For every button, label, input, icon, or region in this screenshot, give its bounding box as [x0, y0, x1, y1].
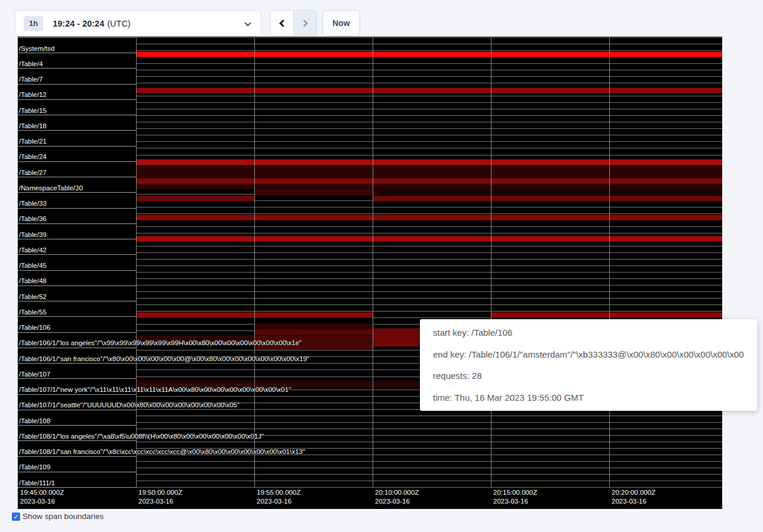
row-label: /Table/7 — [19, 76, 43, 83]
heat-band[interactable] — [136, 51, 722, 58]
span-boundary-line — [18, 130, 136, 131]
row-label: /Table/108/1/"san francisco"/"\x8c\xcc\x… — [19, 448, 305, 456]
x-axis-tick: 20:15:00.000Z2023-03-16 — [493, 488, 537, 505]
span-boundary-line — [18, 332, 136, 333]
heat-band[interactable] — [254, 189, 373, 196]
span-boundary-line — [136, 76, 722, 77]
show-span-boundaries-checkbox[interactable]: ✓ — [12, 512, 20, 521]
span-boundary-line — [136, 265, 722, 266]
row-label: /Table/106/1/"los angeles"/"\x99\x99\x99… — [19, 339, 302, 347]
span-boundary-line — [136, 207, 722, 207]
heat-band[interactable] — [373, 328, 420, 347]
x-tick-time: 19:55:00.000Z — [257, 488, 300, 497]
row-label: /Table/39 — [19, 231, 47, 239]
footer-controls: ✓ Show span boundaries — [12, 512, 104, 521]
span-boundary-line — [18, 84, 136, 85]
span-boundary-line — [136, 416, 722, 416]
x-tick-time: 20:10:00.000Z — [375, 488, 419, 497]
span-boundary-line — [18, 239, 136, 239]
span-boundary-line — [18, 472, 136, 472]
span-boundary-line — [18, 286, 136, 286]
span-boundary-line — [18, 425, 136, 426]
row-label: /Table/18 — [19, 122, 47, 130]
heat-band[interactable] — [136, 215, 722, 220]
row-label: /Table/33 — [19, 200, 47, 207]
chevron-down-icon — [244, 20, 251, 26]
heat-band[interactable] — [373, 189, 722, 196]
next-time-button[interactable] — [293, 10, 317, 36]
key-visualizer[interactable]: /System/tsd/Table/4/Table/7/Table/12/Tab… — [18, 37, 722, 509]
row-label: /Table/111/1 — [19, 479, 55, 487]
span-boundary-line — [136, 468, 722, 468]
x-tick-time: 20:15:00.000Z — [493, 488, 537, 497]
span-boundary-line — [136, 272, 722, 273]
span-boundary-line — [136, 115, 722, 116]
time-gridline — [491, 37, 492, 487]
span-tooltip: start key: /Table/106 end key: /Table/10… — [420, 319, 757, 411]
heat-band[interactable] — [254, 323, 373, 329]
span-boundary-line — [136, 141, 722, 142]
heat-band[interactable] — [136, 184, 722, 189]
span-boundary-line — [136, 70, 722, 70]
x-tick-date: 2023-03-16 — [375, 497, 419, 506]
prev-time-button[interactable] — [270, 10, 293, 36]
span-boundary-line — [18, 146, 136, 147]
span-boundary-line — [136, 233, 722, 233]
x-axis-tick: 19:45:00.000Z2023-03-16 — [20, 488, 64, 505]
row-label: /Table/106/1/"san francisco"/"\x80\x00\x… — [19, 355, 309, 363]
span-boundary-line — [18, 363, 136, 364]
row-label: /Table/108/1/"los angeles"/"\xa8\xf5\u00… — [19, 433, 264, 440]
heat-band[interactable] — [254, 329, 373, 335]
row-label: /Table/107/1/"new york"/"\x11\x11\x11\x1… — [19, 386, 291, 394]
heat-band[interactable] — [136, 178, 722, 184]
row-label: /Table/12 — [19, 91, 47, 99]
span-boundary-line — [136, 246, 722, 246]
span-boundary-line — [136, 109, 722, 109]
x-axis-tick: 19:55:00.000Z2023-03-16 — [257, 488, 300, 505]
heat-band[interactable] — [136, 196, 254, 202]
span-boundary-line — [18, 440, 136, 441]
chevron-left-icon — [279, 20, 287, 27]
heat-band[interactable] — [491, 312, 722, 318]
heat-band[interactable] — [136, 236, 722, 242]
time-range-text: 19:24 - 20:24 — [53, 19, 104, 28]
timezone-text: (UTC) — [107, 19, 130, 28]
span-boundary-line — [136, 298, 722, 299]
row-label: /Table/107 — [19, 371, 50, 378]
span-boundary-line — [18, 177, 136, 177]
tooltip-start-key: start key: /Table/106 — [433, 327, 744, 338]
span-boundary-line — [136, 37, 722, 38]
span-boundary-line — [136, 481, 722, 481]
span-boundary-line — [136, 44, 722, 44]
span-boundary-line — [136, 252, 722, 253]
heat-band[interactable] — [136, 87, 722, 93]
show-span-boundaries-label: Show span boundaries — [22, 512, 104, 521]
heat-band[interactable] — [373, 196, 722, 202]
heat-band[interactable] — [136, 166, 722, 179]
now-button[interactable]: Now — [322, 10, 360, 36]
span-boundary-line — [18, 254, 136, 255]
x-tick-date: 2023-03-16 — [493, 497, 537, 506]
span-boundary-line — [136, 96, 722, 96]
span-boundary-line — [136, 226, 722, 227]
span-boundary-line — [18, 378, 136, 379]
time-range-selector[interactable]: 1h 19:24 - 20:24 (UTC) — [15, 10, 261, 37]
heat-band[interactable] — [136, 159, 722, 166]
x-tick-date: 2023-03-16 — [257, 497, 300, 506]
row-label: /NamespaceTable/30 — [19, 184, 83, 192]
span-boundary-line — [18, 348, 136, 348]
span-boundary-line — [18, 192, 136, 193]
chevron-right-icon — [300, 20, 308, 27]
span-boundary-line — [18, 53, 136, 53]
span-boundary-line — [136, 474, 722, 475]
x-tick-date: 2023-03-16 — [612, 497, 655, 506]
row-label: /Table/52 — [19, 293, 47, 301]
span-boundary-line — [136, 213, 722, 214]
span-boundary-line — [18, 68, 136, 69]
span-boundary-line — [136, 442, 722, 442]
x-axis-tick: 19:50:00.000Z2023-03-16 — [138, 488, 182, 505]
span-boundary-line — [18, 115, 136, 115]
row-label: /Table/107/1/"seattle"/"UUUUUUD\x00\x80\… — [19, 401, 240, 409]
span-boundary-line — [18, 456, 136, 457]
span-boundary-line — [136, 135, 722, 135]
